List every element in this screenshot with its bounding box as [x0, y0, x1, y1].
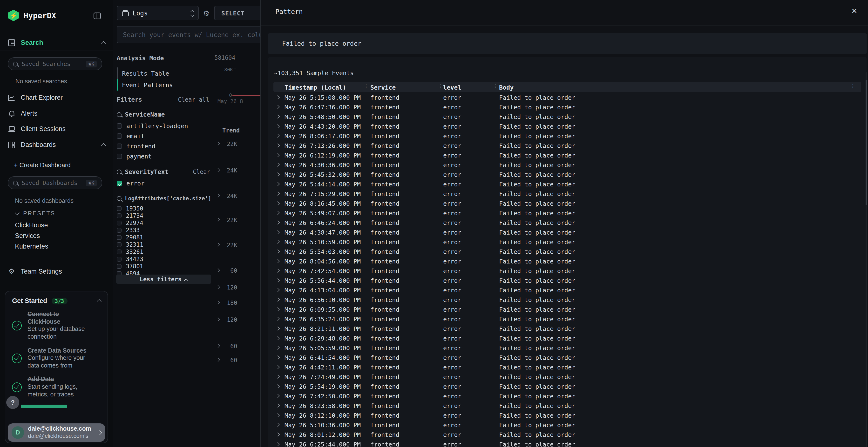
column-resize-handle[interactable]: ⋮: [438, 83, 443, 89]
expand-row-chevron-icon[interactable]: [276, 259, 280, 263]
expand-row-chevron-icon[interactable]: [276, 153, 280, 157]
table-row[interactable]: May 26 5:10:36.000 PMfrontenderrorFailed…: [273, 420, 861, 429]
filter-option-37801[interactable]: 37801: [117, 263, 210, 270]
table-row[interactable]: May 26 7:42:54.000 PMfrontenderrorFailed…: [273, 266, 861, 276]
table-row[interactable]: May 26 5:54:03.000 PMfrontenderrorFailed…: [273, 247, 861, 256]
facet-search-icon[interactable]: [117, 169, 122, 174]
table-row[interactable]: May 26 6:46:24.000 PMfrontenderrorFailed…: [273, 218, 861, 227]
sidebar-item-team-settings[interactable]: ⚙ Team Settings: [8, 267, 62, 275]
sidebar-item-alerts[interactable]: Alerts: [8, 110, 105, 117]
table-row[interactable]: May 26 8:01:12.000 PMfrontenderrorFailed…: [273, 429, 861, 439]
filter-option-34423[interactable]: 34423: [117, 255, 210, 263]
checkbox[interactable]: [117, 220, 122, 225]
presets-toggle[interactable]: PRESETS: [16, 210, 55, 217]
filter-option-artillery-loadgen[interactable]: artillery-loadgen: [117, 121, 210, 131]
table-row[interactable]: May 26 7:42:50.000 PMfrontenderrorFailed…: [273, 391, 861, 401]
mode-results-table[interactable]: Results Table: [117, 67, 208, 79]
expand-row-chevron-icon[interactable]: [276, 384, 280, 388]
checkbox[interactable]: [117, 153, 122, 159]
filter-option-2333[interactable]: 2333: [117, 227, 210, 234]
table-row[interactable]: May 26 4:30:36.000 PMfrontenderrorFailed…: [273, 160, 861, 170]
user-menu[interactable]: D dale@clickhouse.com dale@clickhouse.co…: [8, 423, 105, 442]
filter-option-frontend[interactable]: frontend: [117, 141, 210, 151]
expand-row-chevron-icon[interactable]: [276, 346, 280, 350]
checkbox[interactable]: [117, 133, 122, 139]
expand-row-chevron-icon[interactable]: [276, 365, 280, 369]
filter-option-error[interactable]: error: [117, 178, 210, 188]
facet-search-icon[interactable]: [117, 112, 122, 117]
col-level[interactable]: level: [443, 83, 461, 91]
expand-row-chevron-icon[interactable]: [276, 201, 280, 205]
table-row[interactable]: May 26 5:54:19.000 PMfrontenderrorFailed…: [273, 381, 861, 391]
filter-option-21734[interactable]: 21734: [117, 212, 210, 219]
get-started-header[interactable]: Get Started 3/3: [12, 297, 101, 304]
source-selector[interactable]: Logs: [117, 6, 199, 20]
table-row[interactable]: May 26 6:09:55.000 PMfrontenderrorFailed…: [273, 304, 861, 314]
table-row[interactable]: May 26 5:49:07.000 PMfrontenderrorFailed…: [273, 208, 861, 218]
checkbox[interactable]: [117, 206, 122, 211]
column-resize-handle[interactable]: ⋮: [493, 83, 498, 89]
expand-row-chevron-icon[interactable]: [276, 278, 280, 282]
filter-option-payment[interactable]: payment: [117, 151, 210, 161]
table-row[interactable]: May 26 6:56:10.000 PMfrontenderrorFailed…: [273, 295, 861, 304]
table-row[interactable]: May 26 5:15:08.000 PMfrontenderrorFailed…: [273, 93, 861, 102]
expand-row-chevron-icon[interactable]: [276, 182, 280, 186]
select-button[interactable]: SELECT: [214, 6, 260, 20]
source-settings-gear-icon[interactable]: ⚙: [203, 9, 210, 18]
col-timestamp[interactable]: Timestamp (Local): [284, 83, 346, 91]
clear-all-button[interactable]: Clear all: [178, 96, 209, 103]
checkbox[interactable]: [117, 242, 122, 247]
table-row[interactable]: May 26 5:10:59.000 PMfrontenderrorFailed…: [273, 237, 861, 247]
checkbox[interactable]: [117, 228, 122, 232]
expand-row-chevron-icon[interactable]: [276, 336, 280, 340]
table-row[interactable]: May 26 6:35:24.000 PMfrontenderrorFailed…: [273, 314, 861, 324]
expand-row-chevron-icon[interactable]: [276, 124, 280, 128]
column-resize-handle[interactable]: ⋮: [364, 83, 369, 89]
preset-item-kubernetes[interactable]: Kubernetes: [15, 243, 48, 250]
table-row[interactable]: May 26 5:45:32.000 PMfrontenderrorFailed…: [273, 170, 861, 179]
expand-row-chevron-icon[interactable]: [276, 95, 280, 100]
table-row[interactable]: May 26 7:15:29.000 PMfrontenderrorFailed…: [273, 189, 861, 199]
col-service[interactable]: Service: [370, 83, 396, 91]
table-row[interactable]: May 26 8:06:17.000 PMfrontenderrorFailed…: [273, 131, 861, 141]
expand-row-chevron-icon[interactable]: [276, 375, 280, 379]
checkbox[interactable]: [117, 249, 122, 254]
filter-clear-button[interactable]: Clear: [193, 168, 210, 175]
table-row[interactable]: May 26 5:05:59.000 PMfrontenderrorFailed…: [273, 343, 861, 353]
expand-row-chevron-icon[interactable]: [276, 326, 280, 331]
checklist-item[interactable]: Connect to ClickHouse Set up your databa…: [12, 311, 101, 341]
checkbox[interactable]: [117, 123, 122, 129]
table-row[interactable]: May 26 8:16:45.000 PMfrontenderrorFailed…: [273, 199, 861, 208]
expand-row-chevron-icon[interactable]: [276, 220, 280, 225]
checkbox-checked[interactable]: [117, 181, 122, 186]
checkbox[interactable]: [117, 213, 122, 218]
expand-row-chevron-icon[interactable]: [276, 105, 280, 109]
table-row[interactable]: May 26 6:25:44.000 PMfrontenderrorFailed…: [273, 439, 861, 447]
table-row[interactable]: May 26 6:29:48.000 PMfrontenderrorFailed…: [273, 333, 861, 343]
facet-search-icon[interactable]: [117, 196, 122, 201]
expand-row-chevron-icon[interactable]: [276, 172, 280, 176]
expand-row-chevron-icon[interactable]: [276, 240, 280, 244]
expand-row-chevron-icon[interactable]: [276, 413, 280, 417]
checkbox[interactable]: [117, 264, 122, 269]
filter-option-29081[interactable]: 29081: [117, 234, 210, 241]
create-dashboard-button[interactable]: + Create Dashboard: [14, 161, 71, 169]
close-icon[interactable]: ✕: [851, 7, 858, 15]
expand-row-chevron-icon[interactable]: [276, 269, 280, 273]
expand-row-chevron-icon[interactable]: [276, 298, 280, 302]
checklist-item[interactable]: Add Data Start sending logs, metrics, or…: [12, 376, 101, 399]
expand-row-chevron-icon[interactable]: [276, 404, 280, 408]
sidebar-item-chart-explorer[interactable]: Chart Explorer: [8, 94, 105, 101]
expand-row-chevron-icon[interactable]: [276, 423, 280, 427]
expand-row-chevron-icon[interactable]: [276, 143, 280, 148]
sidebar-item-search[interactable]: Search: [8, 38, 105, 46]
mode-event-patterns[interactable]: Event Patterns: [117, 79, 208, 91]
table-row[interactable]: May 26 4:38:47.000 PMfrontenderrorFailed…: [273, 227, 861, 237]
preset-item-services[interactable]: Services: [15, 232, 40, 239]
less-filters-button[interactable]: Less filters: [116, 275, 211, 284]
table-row[interactable]: May 26 6:41:54.000 PMfrontenderrorFailed…: [273, 353, 861, 362]
table-row[interactable]: May 26 6:12:19.000 PMfrontenderrorFailed…: [273, 150, 861, 160]
table-row[interactable]: May 26 4:13:04.000 PMfrontenderrorFailed…: [273, 285, 861, 295]
expand-row-chevron-icon[interactable]: [276, 317, 280, 321]
expand-row-chevron-icon[interactable]: [276, 355, 280, 359]
